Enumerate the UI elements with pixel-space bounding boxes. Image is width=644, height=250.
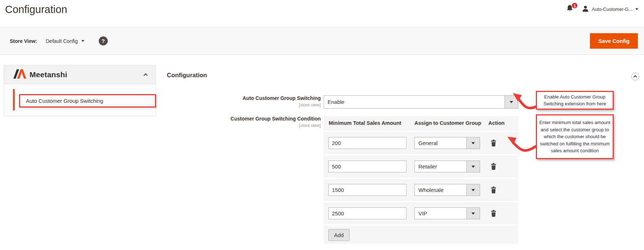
store-view-control: Store View: Default Config ? [10, 27, 108, 54]
group-select[interactable]: Retailer [414, 161, 480, 172]
group-select-value: VIP [415, 208, 466, 219]
enable-select[interactable]: Enable [324, 95, 518, 109]
add-row-button[interactable]: Add [328, 229, 350, 241]
group-select-value: General [415, 137, 466, 149]
field-scope-condition: [store view] [166, 123, 321, 128]
table-row: General [324, 132, 518, 154]
column-header-group: Assign to Customer Group [414, 120, 481, 126]
select-dropdown-button [505, 96, 518, 108]
extension-sidebar: Meetanshi Auto Customer Group Switching [4, 65, 156, 116]
sidebar-item-auto-customer-group-switching[interactable]: Auto Customer Group Switching [20, 98, 103, 104]
sidebar-brand-label: Meetanshi [30, 70, 67, 79]
delete-row-button[interactable] [488, 207, 499, 219]
table-footer-row: Add [324, 226, 518, 244]
annotation-callout-enable: Enable Auto Customer Group Switching ext… [536, 91, 614, 110]
table-row: VIP [324, 202, 518, 224]
table-row: Wholesale [324, 179, 518, 201]
store-view-toolbar: Store View: Default Config ? Save Config [0, 27, 644, 55]
section-title: Configuration [167, 72, 207, 79]
group-select[interactable]: VIP [414, 207, 480, 219]
user-icon [582, 5, 589, 13]
store-view-dropdown[interactable]: Default Config [46, 38, 84, 44]
select-dropdown-button [466, 161, 480, 172]
group-select[interactable]: General [414, 137, 480, 149]
page-title: Configuration [5, 4, 67, 16]
notification-count-badge: 1 [572, 3, 578, 9]
trash-icon [490, 163, 497, 170]
annotation-highlight-box: Auto Customer Group Switching [19, 94, 156, 108]
trash-icon [490, 140, 497, 146]
chevron-up-icon [143, 73, 147, 77]
meetanshi-logo-icon [13, 69, 26, 80]
chevron-down-icon [471, 142, 475, 144]
store-view-value: Default Config [46, 38, 78, 44]
header-actions: 1 Auto-Customer-G... [566, 5, 638, 14]
select-dropdown-button [466, 208, 480, 219]
table-header-row: Minimum Total Sales Amount Assign to Cus… [324, 116, 518, 131]
amount-input[interactable] [328, 137, 407, 149]
chevron-down-icon [471, 212, 475, 215]
field-label-switching: Auto Customer Group Switching [166, 95, 321, 101]
notifications-button[interactable]: 1 [566, 5, 573, 14]
chevron-down-icon [510, 101, 513, 103]
delete-row-button[interactable] [488, 137, 499, 149]
chevron-down-icon [471, 189, 475, 191]
chevron-down-icon [471, 166, 475, 168]
save-config-button[interactable]: Save Config [590, 33, 638, 49]
trash-icon [490, 210, 497, 217]
enable-select-value: Enable [324, 96, 505, 108]
condition-table: Minimum Total Sales Amount Assign to Cus… [324, 116, 518, 244]
sidebar-menu: Auto Customer Group Switching [4, 84, 156, 116]
select-dropdown-button [466, 184, 480, 196]
field-label-condition: Customer Group Switching Condition [166, 116, 321, 122]
group-select[interactable]: Wholesale [414, 184, 480, 196]
column-header-amount: Minimum Total Sales Amount [329, 120, 401, 126]
delete-row-button[interactable] [488, 160, 499, 172]
active-item-marker [13, 89, 15, 110]
annotation-callout-condition: Enter minimum total sales amount and sel… [536, 114, 614, 159]
delete-row-button[interactable] [488, 184, 499, 196]
section-collapse-button[interactable] [631, 73, 639, 80]
amount-input[interactable] [328, 207, 407, 219]
chevron-down-icon [635, 8, 638, 10]
sidebar-header-meetanshi[interactable]: Meetanshi [4, 65, 156, 84]
table-row: Retailer [324, 155, 518, 177]
amount-input[interactable] [328, 184, 407, 196]
account-menu[interactable]: Auto-Customer-G... [582, 5, 638, 13]
bell-icon [566, 7, 573, 13]
chevron-up-icon [634, 75, 637, 79]
field-scope-switching: [store view] [166, 102, 321, 108]
select-dropdown-button [466, 137, 480, 149]
account-username: Auto-Customer-G... [592, 6, 632, 12]
amount-input[interactable] [328, 161, 407, 172]
store-view-label: Store View: [10, 38, 37, 44]
group-select-value: Retailer [415, 161, 466, 172]
admin-configuration-page: Configuration 1 Auto-Customer-G... [0, 0, 644, 250]
chevron-down-icon [81, 40, 84, 42]
column-header-action: Action [488, 120, 505, 126]
help-icon[interactable]: ? [99, 36, 108, 45]
group-select-value: Wholesale [415, 184, 466, 196]
trash-icon [490, 187, 497, 193]
